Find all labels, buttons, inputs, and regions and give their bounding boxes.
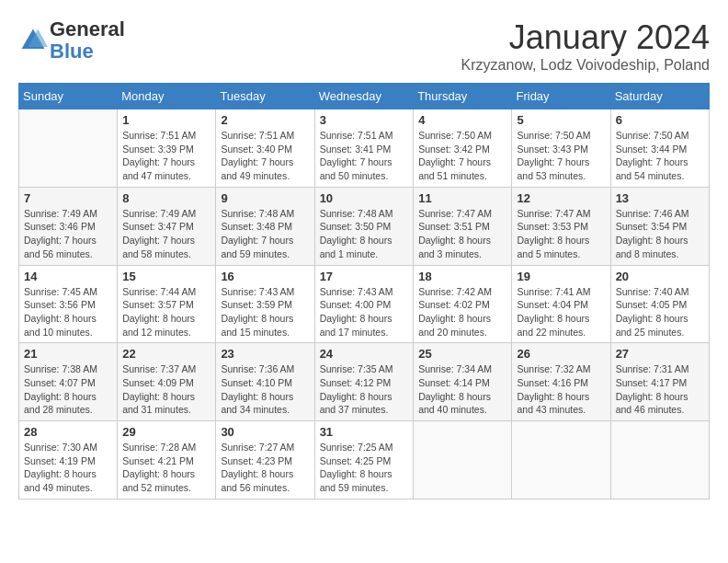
calendar-cell: 31 Sunrise: 7:25 AMSunset: 4:25 PMDaylig…: [314, 421, 414, 500]
day-info: Sunrise: 7:34 AMSunset: 4:14 PMDaylight:…: [418, 363, 492, 415]
day-number: 10: [320, 191, 409, 205]
day-number: 30: [221, 425, 309, 439]
calendar-cell: 3 Sunrise: 7:51 AMSunset: 3:41 PMDayligh…: [314, 109, 414, 188]
page-header: General Blue January 2024 Krzyzanow, Lod…: [18, 18, 710, 74]
day-info: Sunrise: 7:28 AMSunset: 4:21 PMDaylight:…: [122, 442, 196, 493]
day-number: 29: [122, 425, 210, 439]
calendar-cell: 14 Sunrise: 7:45 AMSunset: 3:56 PMDaylig…: [19, 265, 118, 343]
logo-blue: Blue: [50, 40, 94, 63]
day-info: Sunrise: 7:50 AMSunset: 3:44 PMDaylight:…: [616, 130, 689, 181]
calendar-cell: 10 Sunrise: 7:48 AMSunset: 3:50 PMDaylig…: [314, 187, 414, 265]
calendar-cell: [19, 109, 118, 188]
day-info: Sunrise: 7:47 AMSunset: 3:51 PMDaylight:…: [418, 208, 492, 259]
day-info: Sunrise: 7:49 AMSunset: 3:47 PMDaylight:…: [122, 208, 196, 259]
logo-text: General Blue: [50, 18, 125, 63]
day-number: 24: [320, 347, 409, 361]
day-info: Sunrise: 7:43 AMSunset: 3:59 PMDaylight:…: [221, 286, 294, 338]
day-number: 16: [221, 270, 309, 283]
calendar-table: SundayMondayTuesdayWednesdayThursdayFrid…: [18, 83, 710, 500]
calendar-week-row: 7 Sunrise: 7:49 AMSunset: 3:46 PMDayligh…: [19, 187, 710, 265]
day-info: Sunrise: 7:36 AMSunset: 4:10 PMDaylight:…: [221, 363, 294, 415]
calendar-cell: 2 Sunrise: 7:51 AMSunset: 3:40 PMDayligh…: [216, 109, 314, 188]
calendar-cell: 25 Sunrise: 7:34 AMSunset: 4:14 PMDaylig…: [414, 343, 512, 421]
day-info: Sunrise: 7:47 AMSunset: 3:53 PMDaylight:…: [517, 208, 590, 259]
day-info: Sunrise: 7:25 AMSunset: 4:25 PMDaylight:…: [320, 442, 393, 493]
calendar-cell: 1 Sunrise: 7:51 AMSunset: 3:39 PMDayligh…: [118, 109, 216, 188]
weekday-header-tuesday: Tuesday: [216, 84, 314, 109]
day-info: Sunrise: 7:31 AMSunset: 4:17 PMDaylight:…: [616, 363, 689, 415]
calendar-cell: 26 Sunrise: 7:32 AMSunset: 4:16 PMDaylig…: [512, 343, 610, 421]
day-number: 14: [24, 270, 112, 283]
calendar-cell: 18 Sunrise: 7:42 AMSunset: 4:02 PMDaylig…: [414, 265, 512, 343]
calendar-cell: 30 Sunrise: 7:27 AMSunset: 4:23 PMDaylig…: [216, 421, 314, 500]
calendar-cell: 6 Sunrise: 7:50 AMSunset: 3:44 PMDayligh…: [610, 109, 709, 188]
calendar-cell: 15 Sunrise: 7:44 AMSunset: 3:57 PMDaylig…: [118, 265, 216, 343]
day-number: 23: [221, 347, 309, 361]
day-number: 9: [221, 191, 309, 205]
day-info: Sunrise: 7:43 AMSunset: 4:00 PMDaylight:…: [320, 286, 393, 338]
day-info: Sunrise: 7:49 AMSunset: 3:46 PMDaylight:…: [24, 208, 97, 259]
month-title: January 2024: [461, 18, 710, 57]
calendar-week-row: 1 Sunrise: 7:51 AMSunset: 3:39 PMDayligh…: [19, 109, 710, 188]
calendar-cell: 22 Sunrise: 7:37 AMSunset: 4:09 PMDaylig…: [118, 343, 216, 421]
calendar-cell: 27 Sunrise: 7:31 AMSunset: 4:17 PMDaylig…: [610, 343, 709, 421]
day-number: 12: [517, 191, 605, 205]
logo-icon: [18, 26, 48, 55]
logo: General Blue: [18, 18, 125, 63]
calendar-cell: 5 Sunrise: 7:50 AMSunset: 3:43 PMDayligh…: [512, 109, 610, 188]
calendar-cell: [414, 421, 512, 500]
location: Krzyzanow, Lodz Voivodeship, Poland: [461, 57, 710, 74]
day-number: 8: [122, 191, 210, 205]
weekday-header-sunday: Sunday: [19, 84, 118, 109]
day-info: Sunrise: 7:46 AMSunset: 3:54 PMDaylight:…: [616, 208, 689, 259]
calendar-cell: 11 Sunrise: 7:47 AMSunset: 3:51 PMDaylig…: [414, 187, 512, 265]
calendar-cell: 16 Sunrise: 7:43 AMSunset: 3:59 PMDaylig…: [216, 265, 314, 343]
day-number: 2: [221, 113, 309, 127]
calendar-week-row: 21 Sunrise: 7:38 AMSunset: 4:07 PMDaylig…: [19, 343, 710, 421]
weekday-header-friday: Friday: [512, 84, 610, 109]
weekday-header-row: SundayMondayTuesdayWednesdayThursdayFrid…: [19, 84, 710, 109]
day-info: Sunrise: 7:45 AMSunset: 3:56 PMDaylight:…: [24, 286, 97, 338]
day-number: 21: [24, 347, 112, 361]
calendar-cell: 28 Sunrise: 7:30 AMSunset: 4:19 PMDaylig…: [19, 421, 118, 500]
day-number: 20: [616, 270, 704, 283]
day-info: Sunrise: 7:30 AMSunset: 4:19 PMDaylight:…: [24, 442, 97, 493]
day-number: 25: [418, 347, 506, 361]
calendar-cell: 12 Sunrise: 7:47 AMSunset: 3:53 PMDaylig…: [512, 187, 610, 265]
day-info: Sunrise: 7:37 AMSunset: 4:09 PMDaylight:…: [122, 363, 196, 415]
day-info: Sunrise: 7:32 AMSunset: 4:16 PMDaylight:…: [517, 363, 590, 415]
day-number: 3: [320, 113, 409, 127]
day-number: 15: [122, 270, 210, 283]
day-info: Sunrise: 7:48 AMSunset: 3:50 PMDaylight:…: [320, 208, 393, 259]
day-info: Sunrise: 7:38 AMSunset: 4:07 PMDaylight:…: [24, 363, 97, 415]
day-number: 17: [320, 270, 409, 283]
calendar-cell: 9 Sunrise: 7:48 AMSunset: 3:48 PMDayligh…: [216, 187, 314, 265]
calendar-cell: [610, 421, 709, 500]
day-number: 13: [616, 191, 704, 205]
calendar-cell: 17 Sunrise: 7:43 AMSunset: 4:00 PMDaylig…: [314, 265, 414, 343]
day-number: 5: [517, 113, 605, 127]
day-info: Sunrise: 7:50 AMSunset: 3:43 PMDaylight:…: [517, 130, 590, 181]
day-info: Sunrise: 7:51 AMSunset: 3:40 PMDaylight:…: [221, 130, 294, 181]
calendar-cell: 13 Sunrise: 7:46 AMSunset: 3:54 PMDaylig…: [610, 187, 709, 265]
day-info: Sunrise: 7:50 AMSunset: 3:42 PMDaylight:…: [418, 130, 492, 181]
day-info: Sunrise: 7:51 AMSunset: 3:41 PMDaylight:…: [320, 130, 393, 181]
weekday-header-saturday: Saturday: [610, 84, 709, 109]
day-info: Sunrise: 7:41 AMSunset: 4:04 PMDaylight:…: [517, 286, 590, 338]
weekday-header-wednesday: Wednesday: [314, 84, 414, 109]
weekday-header-thursday: Thursday: [414, 84, 512, 109]
day-number: 26: [517, 347, 605, 361]
title-block: January 2024 Krzyzanow, Lodz Voivodeship…: [461, 18, 710, 74]
calendar-cell: 29 Sunrise: 7:28 AMSunset: 4:21 PMDaylig…: [118, 421, 216, 500]
day-number: 6: [616, 113, 704, 127]
weekday-header-monday: Monday: [118, 84, 216, 109]
calendar-week-row: 28 Sunrise: 7:30 AMSunset: 4:19 PMDaylig…: [19, 421, 710, 500]
day-info: Sunrise: 7:44 AMSunset: 3:57 PMDaylight:…: [122, 286, 196, 338]
day-number: 11: [418, 191, 506, 205]
calendar-cell: 19 Sunrise: 7:41 AMSunset: 4:04 PMDaylig…: [512, 265, 610, 343]
day-info: Sunrise: 7:42 AMSunset: 4:02 PMDaylight:…: [418, 286, 492, 338]
day-number: 19: [517, 270, 605, 283]
day-info: Sunrise: 7:27 AMSunset: 4:23 PMDaylight:…: [221, 442, 294, 493]
calendar-week-row: 14 Sunrise: 7:45 AMSunset: 3:56 PMDaylig…: [19, 265, 710, 343]
day-number: 22: [122, 347, 210, 361]
